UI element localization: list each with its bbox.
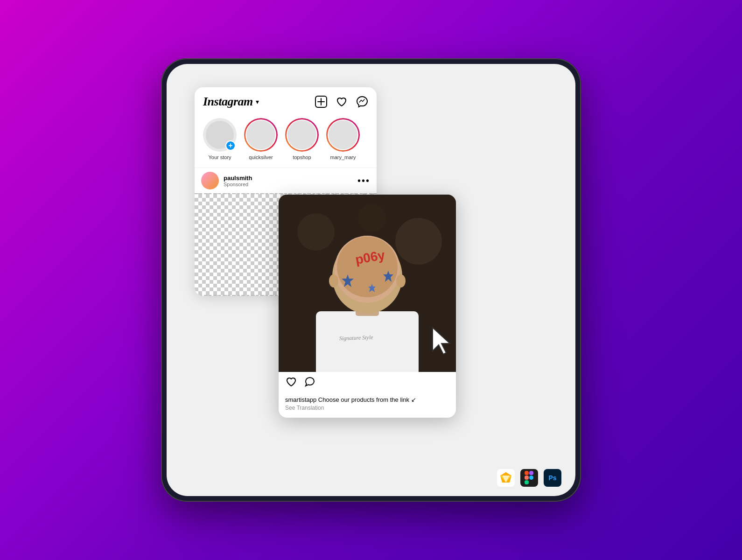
svg-point-4	[297, 213, 335, 251]
svg-rect-8	[316, 311, 419, 372]
figma-app-icon[interactable]	[520, 469, 538, 487]
svg-rect-28	[525, 476, 529, 480]
story-label-mary-mary: mary_mary	[330, 154, 356, 160]
post-user-info: paulsmith Sponsored	[224, 175, 357, 187]
sketch-app-icon[interactable]	[497, 469, 515, 487]
bottom-toolbar: Ps	[497, 469, 561, 487]
post-caption-text: smartistapp Choose our products from the…	[285, 396, 449, 403]
svg-point-18	[329, 274, 338, 287]
notifications-heart-icon[interactable]	[336, 96, 348, 108]
like-icon[interactable]	[285, 376, 297, 390]
svg-text:Signature Style: Signature Style	[339, 334, 374, 342]
post-author-avatar	[201, 172, 219, 189]
caption-username[interactable]: smartistapp	[285, 396, 316, 403]
see-translation-link[interactable]: See Translation	[285, 405, 449, 411]
story-topshop[interactable]: topshop	[285, 118, 319, 160]
chevron-down-icon[interactable]: ▾	[256, 98, 259, 105]
post-photo: p06y Signature Style	[279, 195, 456, 372]
post-sponsored-label: Sponsored	[224, 182, 357, 187]
instagram-logo: Instagram	[203, 95, 253, 109]
story-ring-topshop	[285, 118, 319, 152]
story-ring-mary-mary	[326, 118, 360, 152]
add-icon[interactable]	[315, 96, 327, 108]
svg-point-31	[529, 476, 533, 480]
svg-marker-20	[433, 328, 450, 354]
svg-rect-29	[525, 480, 529, 484]
caption-body: Choose our products from the link ↙	[318, 396, 416, 403]
post-action-buttons	[279, 372, 456, 392]
photoshop-app-icon[interactable]: Ps	[544, 469, 561, 487]
ps-label: Ps	[548, 474, 556, 482]
story-label-topshop: topshop	[293, 154, 311, 160]
story-label-quicksilver: quicksilver	[249, 154, 273, 160]
story-mary-mary[interactable]: mary_mary	[326, 118, 360, 160]
device-frame: Instagram ▾	[161, 58, 581, 502]
story-your-story[interactable]: + Your story	[203, 118, 237, 160]
add-story-plus-icon: +	[225, 140, 236, 151]
comment-icon[interactable]	[304, 376, 316, 390]
post-more-options-icon[interactable]: •••	[357, 175, 370, 186]
story-ring-quicksilver	[244, 118, 278, 152]
svg-rect-27	[525, 471, 529, 475]
header-icons	[315, 96, 368, 108]
your-story-avatar: +	[203, 118, 237, 152]
svg-point-5	[395, 218, 442, 265]
ig-header: Instagram ▾	[195, 87, 377, 114]
mouse-cursor-icon	[430, 325, 456, 358]
device-screen: Instagram ▾	[167, 64, 575, 496]
svg-point-6	[358, 204, 386, 232]
stories-row: + Your story quicksilver	[195, 114, 377, 168]
your-story-label: Your story	[208, 154, 231, 160]
floating-post-caption: smartistapp Choose our products from the…	[279, 392, 456, 418]
svg-point-19	[396, 274, 406, 287]
post-header: paulsmith Sponsored •••	[195, 168, 377, 193]
svg-rect-30	[529, 471, 533, 475]
messenger-icon[interactable]	[356, 96, 368, 108]
post-username[interactable]: paulsmith	[224, 175, 357, 182]
svg-point-12	[337, 237, 398, 297]
story-quicksilver[interactable]: quicksilver	[244, 118, 278, 160]
floating-post-card: p06y Signature Style	[279, 195, 456, 418]
